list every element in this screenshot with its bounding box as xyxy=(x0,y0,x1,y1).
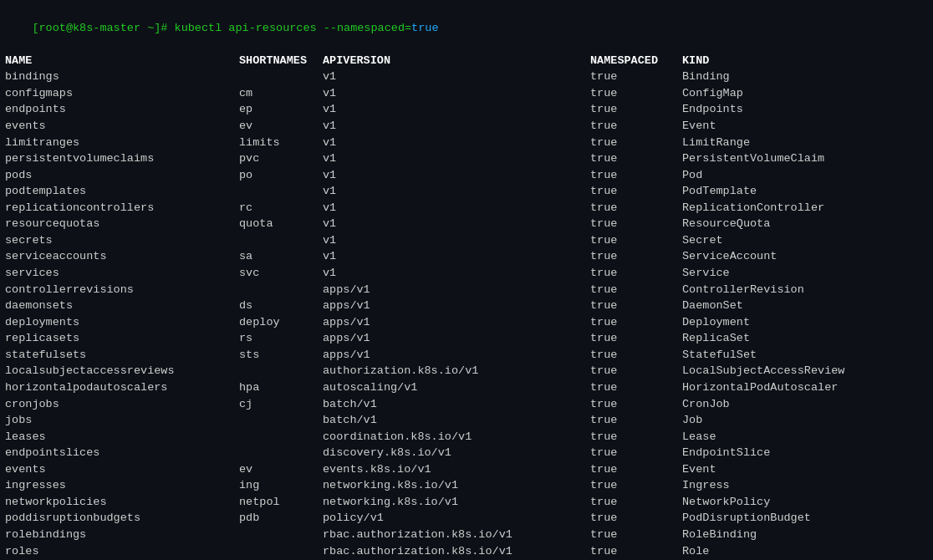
row-kind: PersistentVolumeClaim xyxy=(682,150,824,167)
row-short: sa xyxy=(239,248,323,265)
row-short: deploy xyxy=(239,314,323,331)
row-kind: Role xyxy=(682,543,709,560)
row-short: limits xyxy=(239,135,323,151)
row-api: v1 xyxy=(323,167,590,184)
row-name: services xyxy=(5,265,239,282)
row-api: policy/v1 xyxy=(323,510,590,527)
header-apiversion: APIVERSION xyxy=(323,53,590,69)
row-name: ingresses xyxy=(5,477,239,494)
row-short: sts xyxy=(239,347,323,364)
row-short: pvc xyxy=(239,150,323,167)
table-row: statefulsetsstsapps/v1trueStatefulSet xyxy=(5,347,928,364)
table-row: resourcequotasquotav1trueResourceQuota xyxy=(5,216,928,232)
row-ns: true xyxy=(590,265,682,282)
table-row: poddisruptionbudgetspdbpolicy/v1truePodD… xyxy=(5,510,928,527)
row-short: ep xyxy=(239,101,323,118)
row-name: configmaps xyxy=(5,85,239,102)
row-ns: true xyxy=(590,118,682,135)
table-row: jobsbatch/v1trueJob xyxy=(5,412,928,429)
row-kind: ReplicaSet xyxy=(682,330,750,347)
table-row: eventsevevents.k8s.io/v1trueEvent xyxy=(5,461,928,478)
api-resources-table: NAMESHORTNAMESAPIVERSIONNAMESPACEDKINDbi… xyxy=(5,53,928,560)
row-api: v1 xyxy=(323,183,590,200)
row-api: v1 xyxy=(323,232,590,249)
table-row: horizontalpodautoscalershpaautoscaling/v… xyxy=(5,379,928,396)
row-name: localsubjectaccessreviews xyxy=(5,363,239,379)
row-ns: true xyxy=(590,232,682,249)
row-api: apps/v1 xyxy=(323,314,590,331)
row-ns: true xyxy=(590,510,682,527)
row-kind: LimitRange xyxy=(682,135,750,151)
table-row: rolebindingsrbac.authorization.k8s.io/v1… xyxy=(5,527,928,543)
table-row: rolesrbac.authorization.k8s.io/v1trueRol… xyxy=(5,543,928,560)
row-name: limitranges xyxy=(5,135,239,151)
row-api: v1 xyxy=(323,248,590,265)
row-api: apps/v1 xyxy=(323,330,590,347)
row-ns: true xyxy=(590,282,682,298)
row-short: netpol xyxy=(239,494,323,511)
table-row: controllerrevisionsapps/v1trueController… xyxy=(5,282,928,298)
row-kind: LocalSubjectAccessReview xyxy=(682,363,844,379)
row-api: rbac.authorization.k8s.io/v1 xyxy=(323,543,590,560)
row-name: rolebindings xyxy=(5,527,239,543)
row-kind: HorizontalPodAutoscaler xyxy=(682,379,838,396)
row-name: bindings xyxy=(5,69,239,85)
row-api: apps/v1 xyxy=(323,298,590,314)
row-kind: Deployment xyxy=(682,314,750,331)
row-short: ds xyxy=(239,298,323,314)
row-kind: Job xyxy=(682,412,702,429)
row-kind: Event xyxy=(682,118,716,135)
table-row: cronjobscjbatch/v1trueCronJob xyxy=(5,396,928,413)
row-kind: Binding xyxy=(682,69,730,85)
row-ns: true xyxy=(590,396,682,413)
row-ns: true xyxy=(590,477,682,494)
table-row: replicationcontrollersrcv1trueReplicatio… xyxy=(5,200,928,216)
row-name: horizontalpodautoscalers xyxy=(5,379,239,396)
prompt-line: [root@k8s-master ~]# kubectl api-resourc… xyxy=(5,3,928,53)
table-row: podtemplatesv1truePodTemplate xyxy=(5,183,928,200)
row-api: v1 xyxy=(323,150,590,167)
row-name: resourcequotas xyxy=(5,216,239,232)
row-short: hpa xyxy=(239,379,323,396)
header-namespaced: NAMESPACED xyxy=(590,53,682,69)
row-name: persistentvolumeclaims xyxy=(5,150,239,167)
row-kind: NetworkPolicy xyxy=(682,494,770,511)
row-kind: Secret xyxy=(682,232,723,249)
table-row: eventsevv1trueEvent xyxy=(5,118,928,135)
row-short: pdb xyxy=(239,510,323,527)
row-ns: true xyxy=(590,314,682,331)
row-api: v1 xyxy=(323,118,590,135)
row-name: podtemplates xyxy=(5,183,239,200)
prompt-true-value: true xyxy=(411,22,438,34)
table-row: servicessvcv1trueService xyxy=(5,265,928,282)
row-ns: true xyxy=(590,527,682,543)
row-name: pods xyxy=(5,167,239,184)
row-kind: ReplicationController xyxy=(682,200,824,216)
prompt-user: [root@k8s-master ~]# kubectl api-resourc… xyxy=(32,22,411,34)
row-kind: EndpointSlice xyxy=(682,445,770,461)
header-name: NAME xyxy=(5,53,239,69)
row-ns: true xyxy=(590,429,682,445)
row-api: events.k8s.io/v1 xyxy=(323,461,590,478)
table-row: ingressesingnetworking.k8s.io/v1trueIngr… xyxy=(5,477,928,494)
table-row: leasescoordination.k8s.io/v1trueLease xyxy=(5,429,928,445)
row-ns: true xyxy=(590,494,682,511)
row-ns: true xyxy=(590,200,682,216)
row-kind: Pod xyxy=(682,167,702,184)
row-ns: true xyxy=(590,298,682,314)
row-name: events xyxy=(5,461,239,478)
row-api: batch/v1 xyxy=(323,412,590,429)
row-kind: Event xyxy=(682,461,716,478)
header-shortnames: SHORTNAMES xyxy=(239,53,323,69)
row-ns: true xyxy=(590,167,682,184)
row-name: controllerrevisions xyxy=(5,282,239,298)
row-kind: ConfigMap xyxy=(682,85,743,102)
row-kind: DaemonSet xyxy=(682,298,743,314)
row-ns: true xyxy=(590,216,682,232)
row-name: replicasets xyxy=(5,330,239,347)
row-ns: true xyxy=(590,347,682,364)
row-kind: Ingress xyxy=(682,477,730,494)
row-kind: Lease xyxy=(682,429,716,445)
row-api: apps/v1 xyxy=(323,347,590,364)
row-short: rs xyxy=(239,330,323,347)
